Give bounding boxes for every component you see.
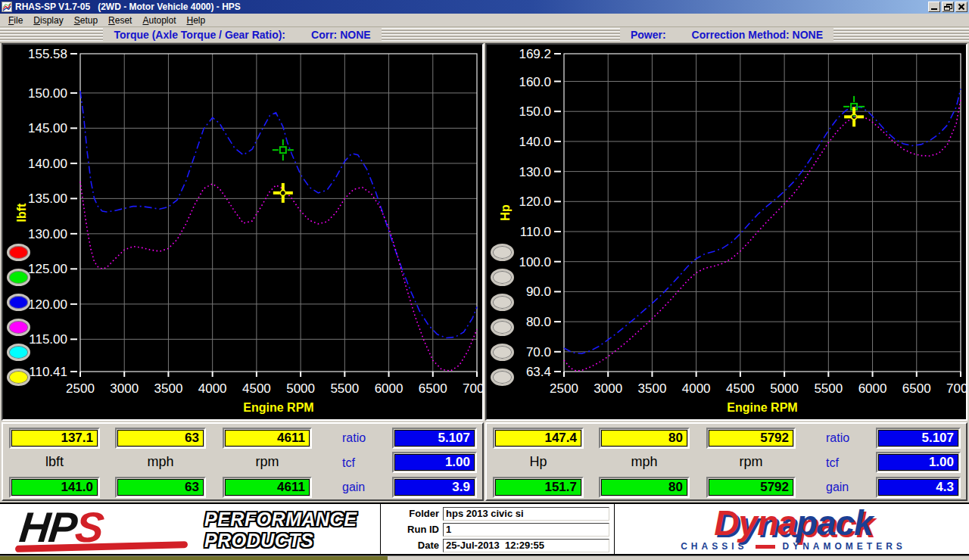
power-unit-label: Hp — [493, 453, 584, 471]
tcf-label: tcf — [342, 453, 388, 474]
slot-button-5[interactable] — [491, 344, 514, 361]
torque-correction: Corr: NONE — [311, 29, 371, 41]
power-cursor-rpm: 5792 — [709, 430, 793, 446]
minimize-icon — [931, 8, 937, 10]
yellow-cursor — [273, 183, 293, 203]
y-tick-label: 169.2 — [519, 47, 551, 61]
power-cursor2-mph: 80 — [601, 479, 687, 496]
gain-label: gain — [826, 477, 871, 498]
slot-button-3[interactable] — [491, 294, 514, 311]
menu-reset[interactable]: Reset — [103, 14, 137, 26]
dynapack-word2: pack — [796, 503, 873, 543]
menu-setup[interactable]: Setup — [69, 14, 103, 26]
run-button-magenta[interactable] — [7, 319, 30, 336]
y-tick-label: 110.0 — [520, 225, 551, 239]
torque-chart-panel: 155.58150.00145.00140.00135.00130.00125.… — [2, 43, 484, 421]
close-button[interactable] — [955, 2, 967, 12]
mph-unit-label: mph — [115, 453, 206, 471]
torque-cursor-rpm: 4611 — [225, 430, 310, 446]
x-tick-label: 2500 — [66, 381, 95, 396]
torque-title: Torque (Axle Torque / Gear Ratio): — [114, 29, 285, 41]
date-input[interactable] — [443, 539, 609, 552]
menu-display[interactable]: Display — [28, 14, 68, 26]
y-tick-label: 120.0 — [519, 194, 551, 209]
y-tick-label: 140.0 — [519, 135, 551, 149]
torque-cursor2-rpm: 4611 — [225, 479, 310, 496]
footer-bar: HPS PERFORMANCE PRODUCTS Folder Run ID D… — [0, 502, 969, 555]
power-readout-panel: 147.4 80 5792 Hp mph rpm 151.7 80 5792 r… — [485, 422, 967, 501]
ratio-value: 5.107 — [878, 430, 958, 446]
x-tick-label: 7000 — [946, 381, 966, 396]
series-power-current-run — [564, 89, 961, 353]
x-axis-title: Engine RPM — [243, 401, 313, 414]
folder-input[interactable] — [443, 507, 609, 521]
torque-header: Torque (Axle Torque / Gear Ratio):Corr: … — [0, 28, 484, 43]
torque-unit-label: lbft — [9, 453, 100, 471]
run-button-blue[interactable] — [7, 294, 30, 311]
x-tick-label: 5500 — [330, 381, 359, 396]
y-tick-label: 125.00 — [28, 262, 67, 276]
run-info-fields: Folder Run ID Date — [380, 504, 615, 554]
restore-button[interactable] — [942, 2, 954, 12]
torque-chart-plot[interactable]: 155.58150.00145.00140.00135.00130.00125.… — [3, 45, 482, 419]
run-button-red[interactable] — [7, 244, 30, 261]
dynapack-chassis-text: CHASSIS — [681, 541, 747, 552]
y-tick-label: 120.00 — [28, 297, 67, 312]
x-tick-label: 5000 — [770, 381, 799, 396]
bottom-edge-strip — [0, 555, 969, 560]
power-cursor2-rpm: 5792 — [709, 479, 793, 496]
slot-button-6[interactable] — [491, 369, 514, 386]
series-power-previous-run — [564, 99, 961, 371]
y-tick-label: 150.0 — [519, 104, 551, 119]
power-run-buttons — [491, 244, 516, 395]
y-tick-label: 130.00 — [28, 227, 67, 241]
tcf-label: tcf — [826, 453, 871, 474]
slot-button-4[interactable] — [491, 319, 514, 336]
slot-button-1[interactable] — [491, 244, 514, 261]
power-cursor2-value: 151.7 — [495, 479, 581, 496]
x-tick-label: 2500 — [550, 381, 578, 396]
gain-value: 4.3 — [878, 479, 958, 496]
tcf-value: 1.00 — [878, 454, 958, 471]
torque-readout-panel: 137.1 63 4611 lbft mph rpm 141.0 63 4611… — [2, 422, 484, 501]
menu-help[interactable]: Help — [182, 14, 211, 26]
hps-performance-text: PERFORMANCE — [204, 509, 357, 530]
title-bar: RHAS-SP V1.7-05 (2WD - Motor Vehicle 400… — [0, 0, 969, 14]
run-button-green[interactable] — [7, 269, 30, 286]
y-tick-label: 130.0 — [519, 165, 551, 179]
menu-autoplot[interactable]: Autoplot — [137, 14, 181, 26]
x-tick-label: 4500 — [242, 381, 271, 396]
run-button-cyan[interactable] — [7, 344, 30, 361]
y-tick-label: 70.0 — [526, 345, 551, 359]
y-tick-label: 145.00 — [28, 121, 67, 135]
x-tick-label: 5000 — [286, 381, 315, 396]
run-id-input[interactable] — [443, 523, 609, 537]
x-tick-label: 4500 — [726, 381, 755, 396]
power-cursor-value: 147.4 — [495, 430, 581, 446]
slot-button-2[interactable] — [491, 269, 514, 286]
gain-value: 3.9 — [394, 479, 475, 496]
power-title: Power: — [631, 29, 666, 41]
ratio-label: ratio — [342, 428, 388, 449]
y-tick-label: 90.0 — [526, 285, 551, 299]
app-icon — [2, 2, 12, 12]
ratio-label: ratio — [826, 428, 871, 449]
x-axis-title: Engine RPM — [727, 401, 797, 414]
x-tick-label: 3500 — [154, 381, 183, 396]
power-chart-plot[interactable]: 169.2160.0150.0140.0130.0120.0110.0100.0… — [487, 45, 966, 419]
y-tick-label: 135.00 — [28, 191, 67, 206]
run-button-yellow[interactable] — [7, 369, 30, 386]
window-title: RHAS-SP V1.7-05 (2WD - Motor Vehicle 400… — [15, 2, 928, 12]
dynapack-dash — [756, 545, 775, 549]
mph-unit-label: mph — [599, 453, 690, 471]
x-tick-label: 4000 — [198, 381, 227, 396]
run-id-label: Run ID — [381, 524, 443, 535]
menu-file[interactable]: File — [3, 14, 28, 26]
dynapack-logo: Dynapack CHASSISDYNAMOMETERS — [627, 506, 960, 554]
folder-label: Folder — [381, 508, 443, 519]
ratio-value: 5.107 — [394, 430, 475, 446]
minimize-button[interactable] — [928, 2, 940, 12]
power-correction: Correction Method: NONE — [692, 29, 823, 41]
hps-logo-s: S — [73, 503, 105, 551]
torque-cursor2-mph: 63 — [117, 479, 204, 496]
